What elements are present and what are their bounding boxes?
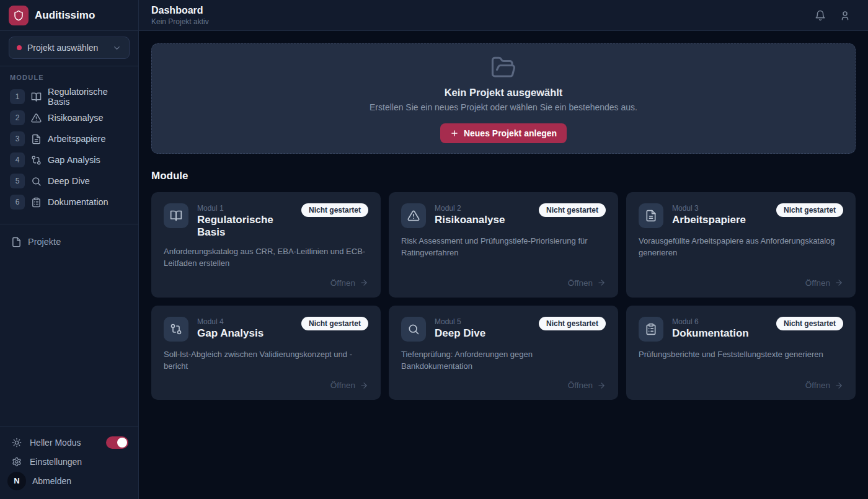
modules-grid: Modul 1 Regulatorische Basis Nicht gesta… bbox=[151, 192, 856, 400]
module-card-arbeitspapiere[interactable]: Modul 3 Arbeitspapiere Nicht gestartet V… bbox=[626, 192, 856, 298]
brand: Auditissimo bbox=[0, 0, 138, 31]
sidebar-item-deep-dive[interactable]: 5 Deep Dive bbox=[6, 170, 132, 192]
main-area: Dashboard Kein Projekt aktiv Kein Projek… bbox=[139, 0, 868, 499]
project-select-section: Projekt auswählen bbox=[0, 31, 138, 66]
status-badge: Nicht gestartet bbox=[776, 203, 843, 217]
git-compare-icon bbox=[31, 155, 42, 166]
open-link[interactable]: Öffnen bbox=[568, 278, 593, 288]
module-card-risikoanalyse[interactable]: Modul 2 Risikoanalyse Nicht gestartet Ri… bbox=[389, 192, 618, 298]
search-icon bbox=[31, 176, 42, 187]
user-icon[interactable] bbox=[839, 10, 851, 21]
file-text-icon bbox=[31, 134, 42, 144]
module-description: Anforderungskatalog aus CRR, EBA-Leitlin… bbox=[164, 246, 368, 270]
sun-icon bbox=[10, 438, 24, 448]
light-mode-row: Heller Modus bbox=[7, 433, 131, 452]
open-link[interactable]: Öffnen bbox=[330, 381, 355, 390]
module-title: Risikoanalyse bbox=[435, 214, 530, 226]
sidebar-item-label: Risikoanalyse bbox=[48, 113, 103, 123]
header-actions bbox=[815, 10, 851, 21]
plus-icon bbox=[450, 129, 459, 138]
module-title: Regulatorische Basis bbox=[197, 214, 293, 239]
module-number: Modul 2 bbox=[435, 204, 530, 213]
card-header: Modul 1 Regulatorische Basis Nicht gesta… bbox=[164, 203, 368, 239]
projects-section: Projekte bbox=[0, 224, 138, 259]
project-select-dropdown[interactable]: Projekt auswählen bbox=[9, 37, 130, 59]
sidebar-item-projekte[interactable]: Projekte bbox=[6, 232, 132, 252]
content: Kein Projekt ausgewählt Erstellen Sie ei… bbox=[139, 31, 868, 499]
sidebar-item-dokumentation[interactable]: 6 Dokumentation bbox=[6, 192, 132, 213]
new-project-button[interactable]: Neues Projekt anlegen bbox=[440, 123, 567, 143]
sidebar-item-label: Gap Analysis bbox=[48, 155, 100, 165]
sidebar-item-label: Dokumentation bbox=[48, 197, 108, 207]
new-project-button-label: Neues Projekt anlegen bbox=[464, 128, 557, 138]
header: Dashboard Kein Projekt aktiv bbox=[139, 0, 868, 31]
card-footer: Öffnen bbox=[164, 270, 368, 288]
module-description: Prüfungsberichte und Feststellungstexte … bbox=[639, 349, 843, 361]
arrow-right-icon bbox=[360, 381, 368, 390]
status-badge: Nicht gestartet bbox=[539, 203, 606, 217]
alert-triangle-icon bbox=[401, 203, 426, 228]
module-card-dokumentation[interactable]: Modul 6 Dokumentation Nicht gestartet Pr… bbox=[626, 306, 856, 400]
module-title: Gap Analysis bbox=[197, 327, 293, 340]
page-title: Dashboard bbox=[151, 4, 209, 17]
module-card-deep-dive[interactable]: Modul 5 Deep Dive Nicht gestartet Tiefen… bbox=[389, 306, 618, 400]
card-header: Modul 2 Risikoanalyse Nicht gestartet bbox=[401, 203, 606, 228]
arrow-right-icon bbox=[597, 381, 606, 390]
empty-project-card: Kein Projekt ausgewählt Erstellen Sie ei… bbox=[151, 43, 856, 154]
module-description: Risk Assessment und Prüfungstiefe-Priori… bbox=[401, 236, 606, 259]
module-number-badge: 4 bbox=[10, 152, 25, 167]
status-badge: Nicht gestartet bbox=[539, 317, 606, 330]
module-title: Arbeitspapiere bbox=[672, 214, 768, 226]
avatar[interactable]: N bbox=[7, 472, 26, 490]
bell-icon[interactable] bbox=[815, 10, 826, 21]
module-description: Soll-Ist-Abgleich zwischen Validierungsk… bbox=[164, 349, 368, 373]
open-link[interactable]: Öffnen bbox=[330, 278, 355, 288]
logout-row[interactable]: N Abmelden bbox=[7, 471, 131, 490]
open-link[interactable]: Öffnen bbox=[805, 381, 830, 390]
empty-state-subtitle: Erstellen Sie ein neues Projekt oder wäh… bbox=[370, 102, 637, 112]
settings-row[interactable]: Einstellungen bbox=[7, 452, 131, 471]
empty-state-title: Kein Projekt ausgewählt bbox=[445, 87, 563, 99]
card-header: Modul 6 Dokumentation Nicht gestartet bbox=[639, 317, 843, 342]
module-section-label: MODULE bbox=[6, 74, 132, 86]
sidebar-item-label: Regulatorische Basis bbox=[48, 87, 128, 107]
status-badge: Nicht gestartet bbox=[301, 203, 368, 217]
page-subtitle: Kein Projekt aktiv bbox=[151, 17, 209, 27]
card-meta: Modul 3 Arbeitspapiere bbox=[672, 203, 768, 226]
sidebar-item-label: Deep Dive bbox=[48, 176, 90, 186]
module-number: Modul 4 bbox=[197, 317, 293, 326]
sidebar-item-arbeitspapiere[interactable]: 3 Arbeitspapiere bbox=[6, 128, 132, 149]
module-card-regulatorische-basis[interactable]: Modul 1 Regulatorische Basis Nicht gesta… bbox=[151, 192, 381, 298]
modules-section-title: Module bbox=[151, 170, 856, 182]
git-compare-icon bbox=[164, 317, 188, 342]
sidebar-item-gap-analysis[interactable]: 4 Gap Analysis bbox=[6, 149, 132, 170]
module-number-badge: 6 bbox=[10, 195, 25, 210]
card-meta: Modul 2 Risikoanalyse bbox=[435, 203, 530, 226]
light-mode-toggle[interactable] bbox=[106, 436, 128, 449]
chevron-down-icon bbox=[112, 43, 122, 53]
module-number-badge: 1 bbox=[10, 89, 25, 104]
module-title: Dokumentation bbox=[672, 327, 768, 340]
file-icon bbox=[11, 237, 22, 247]
status-badge: Nicht gestartet bbox=[776, 317, 843, 330]
module-title: Deep Dive bbox=[435, 327, 530, 340]
card-meta: Modul 1 Regulatorische Basis bbox=[197, 203, 293, 239]
sidebar-item-label: Arbeitspapiere bbox=[48, 134, 106, 144]
sidebar-item-risikoanalyse[interactable]: 2 Risikoanalyse bbox=[6, 107, 132, 128]
book-open-icon bbox=[164, 203, 188, 228]
arrow-right-icon bbox=[597, 278, 606, 287]
settings-label: Einstellungen bbox=[30, 457, 128, 467]
module-description: Vorausgefüllte Arbeitspapiere aus Anford… bbox=[639, 236, 843, 259]
sidebar-item-regulatorische-basis[interactable]: 1 Regulatorische Basis bbox=[6, 86, 132, 107]
sidebar-item-label: Projekte bbox=[28, 237, 61, 247]
app-title: Auditissimo bbox=[35, 9, 95, 22]
open-link[interactable]: Öffnen bbox=[568, 381, 593, 390]
card-header: Modul 3 Arbeitspapiere Nicht gestartet bbox=[639, 203, 843, 228]
module-card-gap-analysis[interactable]: Modul 4 Gap Analysis Nicht gestartet Sol… bbox=[151, 306, 381, 400]
shield-logo-icon bbox=[9, 6, 29, 25]
module-number-badge: 3 bbox=[10, 131, 25, 146]
open-link[interactable]: Öffnen bbox=[805, 278, 830, 288]
module-number: Modul 1 bbox=[197, 204, 293, 213]
app-root: Auditissimo Projekt auswählen MODULE 1 R… bbox=[0, 0, 868, 499]
card-footer: Öffnen bbox=[639, 372, 843, 390]
